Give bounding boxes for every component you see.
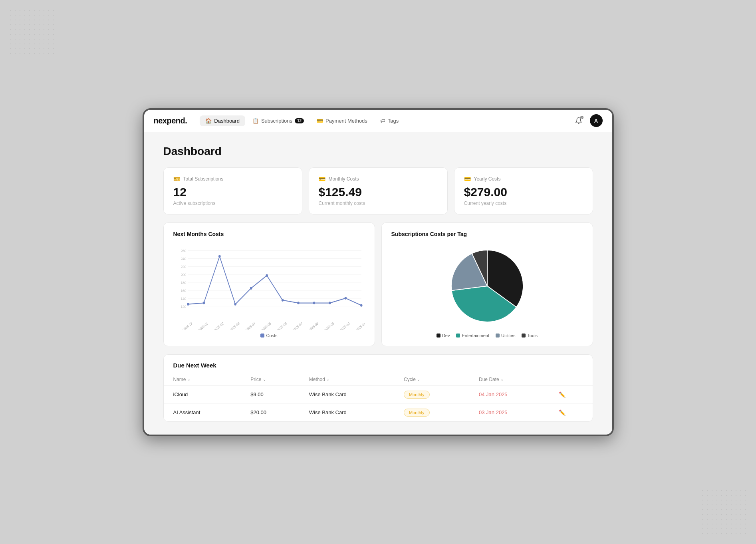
due-next-week-card: Due Next Week Name ⌄Price ⌄Method ⌄Cycle… (163, 354, 593, 422)
sort-price[interactable]: Price ⌄ (250, 377, 266, 382)
svg-text:2025-01: 2025-01 (198, 321, 208, 330)
user-avatar[interactable]: A (590, 114, 603, 127)
col-header-actions (549, 373, 593, 386)
line-chart-container: 1201401601802002202402602024-122025-0120… (173, 242, 365, 330)
legend-costs-label: Costs (266, 333, 277, 338)
main-content: Dashboard 🎫 Total Subscriptions 12 Activ… (144, 132, 612, 435)
col-header-due-date[interactable]: Due Date ⌄ (469, 373, 549, 386)
sort-method[interactable]: Method ⌄ (309, 377, 329, 382)
svg-text:2025-10: 2025-10 (339, 321, 350, 330)
nav-right: 0 A (572, 114, 603, 127)
stat-card-0: 🎫 Total Subscriptions 12 Active subscrip… (163, 167, 302, 214)
nav-icon-dashboard: 🏠 (205, 118, 212, 124)
svg-text:2025-03: 2025-03 (229, 321, 240, 330)
due-table: Name ⌄Price ⌄Method ⌄Cycle ⌄Due Date ⌄ i… (164, 373, 593, 421)
cycle-badge: Monthly (404, 391, 430, 399)
stat-value-2: $279.00 (464, 185, 583, 199)
svg-text:2025-08: 2025-08 (308, 321, 319, 330)
svg-text:2025-04: 2025-04 (245, 321, 256, 330)
notifications-button[interactable]: 0 (572, 114, 585, 127)
nav-item-payment-methods[interactable]: 💳Payment Methods (311, 115, 373, 126)
row-name: AI Assistant (164, 403, 241, 421)
due-date-value: 03 Jan 2025 (479, 409, 508, 415)
page-title: Dashboard (163, 145, 593, 158)
svg-text:2025-02: 2025-02 (214, 321, 224, 330)
due-date-value: 04 Jan 2025 (479, 391, 508, 397)
svg-text:2024-12: 2024-12 (182, 321, 193, 330)
svg-text:220: 220 (181, 264, 186, 269)
notification-count: 0 (580, 116, 583, 119)
svg-point-31 (234, 303, 236, 306)
line-chart-title: Next Months Costs (173, 231, 365, 237)
row-method: Wise Bank Card (300, 385, 394, 403)
col-header-cycle[interactable]: Cycle ⌄ (394, 373, 469, 386)
pie-legend-label-dev: Dev (442, 333, 450, 338)
charts-row: Next Months Costs 1201401601802002202402… (163, 222, 593, 346)
nav-label-tags: Tags (388, 118, 399, 124)
pie-legend-dot-tools (522, 334, 526, 338)
svg-point-35 (297, 302, 300, 304)
row-due-date: 04 Jan 2025 (469, 385, 549, 403)
nav-label-dashboard: Dashboard (214, 118, 240, 124)
logo: nexpend. (154, 116, 187, 125)
nav-icon-tags: 🏷 (380, 118, 385, 124)
svg-text:160: 160 (181, 288, 186, 293)
line-chart-card: Next Months Costs 1201401601802002202402… (163, 222, 375, 346)
legend-costs: Costs (260, 333, 277, 338)
sort-cycle[interactable]: Cycle ⌄ (404, 377, 420, 382)
pie-legend-dot-utilities (496, 334, 500, 338)
row-name: iCloud (164, 385, 241, 403)
row-edit[interactable]: ✏️ (549, 403, 593, 421)
stat-label-1: Monthly Costs (329, 176, 359, 182)
svg-point-32 (250, 287, 252, 290)
svg-text:2025-09: 2025-09 (324, 321, 335, 330)
nav-item-tags[interactable]: 🏷Tags (375, 115, 404, 126)
row-edit[interactable]: ✏️ (549, 385, 593, 403)
col-header-name[interactable]: Name ⌄ (164, 373, 241, 386)
table-row: AI Assistant $20.00 Wise Bank Card Month… (164, 403, 593, 421)
col-header-method[interactable]: Method ⌄ (300, 373, 394, 386)
nav-item-dashboard[interactable]: 🏠Dashboard (200, 115, 245, 126)
row-price: $20.00 (241, 403, 300, 421)
edit-icon[interactable]: ✏️ (559, 409, 566, 416)
app-frame: nexpend. 🏠Dashboard📋Subscriptions12💳Paym… (143, 108, 614, 436)
row-price: $9.00 (241, 385, 300, 403)
nav-label-subscriptions: Subscriptions (261, 118, 292, 124)
svg-text:2025-07: 2025-07 (292, 321, 303, 330)
svg-point-30 (218, 255, 221, 258)
pie-chart-title: Subscriptions Costs per Tag (391, 231, 583, 237)
row-cycle: Monthly (394, 385, 469, 403)
pie-legend-label-utilities: Utilities (501, 333, 515, 338)
svg-text:260: 260 (181, 248, 186, 253)
svg-point-33 (266, 274, 268, 277)
pie-legend-label-tools: Tools (527, 333, 538, 338)
svg-text:180: 180 (181, 280, 186, 285)
svg-point-29 (202, 302, 205, 304)
stat-label-0: Total Subscriptions (183, 176, 224, 182)
stat-label-2: Yearly Costs (474, 176, 501, 182)
stat-sub-1: Current monthly costs (319, 201, 438, 206)
col-header-price[interactable]: Price ⌄ (241, 373, 300, 386)
pie-legend-dot-dev (437, 334, 441, 338)
svg-text:140: 140 (181, 296, 186, 301)
table-row: iCloud $9.00 Wise Bank Card Monthly 04 J… (164, 385, 593, 403)
legend-costs-dot (260, 334, 264, 338)
sort-name[interactable]: Name ⌄ (173, 377, 190, 382)
stat-header-2: 💳 Yearly Costs (464, 176, 583, 182)
stat-icon-1: 💳 (319, 176, 325, 182)
cycle-badge: Monthly (404, 409, 430, 417)
nav-item-subscriptions[interactable]: 📋Subscriptions12 (247, 115, 310, 126)
svg-text:200: 200 (181, 272, 186, 277)
edit-icon[interactable]: ✏️ (559, 391, 566, 398)
due-table-body: iCloud $9.00 Wise Bank Card Monthly 04 J… (164, 385, 593, 421)
svg-text:240: 240 (181, 256, 186, 261)
svg-text:2025-05: 2025-05 (261, 321, 272, 330)
stat-value-1: $125.49 (319, 185, 438, 199)
pie-legend-dev: Dev (437, 333, 450, 338)
due-table-header-row: Name ⌄Price ⌄Method ⌄Cycle ⌄Due Date ⌄ (164, 373, 593, 386)
svg-point-38 (344, 297, 347, 300)
stats-row: 🎫 Total Subscriptions 12 Active subscrip… (163, 167, 593, 214)
sort-due-date[interactable]: Due Date ⌄ (479, 377, 504, 382)
nav-items: 🏠Dashboard📋Subscriptions12💳Payment Metho… (200, 115, 569, 126)
navbar: nexpend. 🏠Dashboard📋Subscriptions12💳Paym… (144, 110, 612, 132)
